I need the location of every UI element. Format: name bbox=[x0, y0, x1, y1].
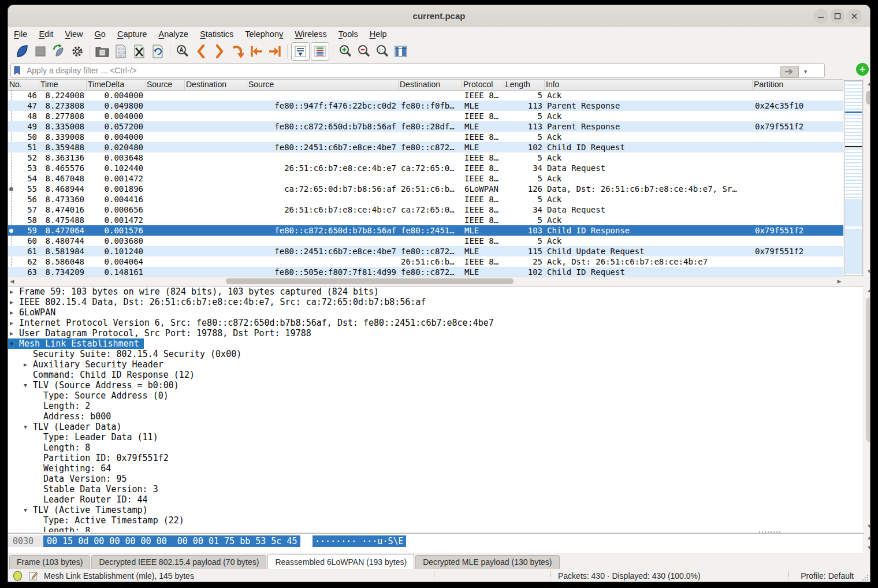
scroll-up-arrow[interactable]: ▲ bbox=[864, 79, 870, 89]
close-button[interactable] bbox=[847, 9, 862, 24]
menu-item-file[interactable]: File bbox=[8, 27, 33, 41]
column-header-destination[interactable]: Destination bbox=[399, 80, 462, 90]
packet-row[interactable]: 578.4740160.00065626:51:c6:b7:e8:ce:4b:e… bbox=[8, 204, 843, 215]
packet-row[interactable]: 618.5819840.101240fe80::2451:c6b7:e8ce:4… bbox=[8, 246, 843, 256]
menu-item-statistics[interactable]: Statistics bbox=[194, 27, 239, 41]
detail-row[interactable]: ▸Frame 59: 103 bytes on wire (824 bits),… bbox=[8, 286, 864, 297]
resize-grip[interactable] bbox=[862, 574, 869, 581]
detail-row[interactable]: Command: Child ID Response (12) bbox=[8, 370, 864, 380]
byte-tab-decrypted-mle-payload-130-bytes-[interactable]: Decrypted MLE payload (130 bytes) bbox=[415, 555, 559, 569]
maximize-button[interactable] bbox=[830, 9, 845, 24]
minimize-button[interactable] bbox=[813, 9, 828, 24]
packet-row[interactable]: 628.5860480.00406426:51:c6:b…IEEE 8…25Ac… bbox=[8, 256, 843, 267]
hscroll-slider[interactable] bbox=[226, 278, 514, 284]
packet-row[interactable]: 638.7342090.148161fe80::505e:f807:7f81:4… bbox=[8, 267, 843, 277]
scroll-down-arrow[interactable]: ▼ bbox=[864, 543, 870, 553]
detail-row[interactable]: ▸User Datagram Protocol, Src Port: 19788… bbox=[8, 328, 864, 338]
packet-row[interactable]: 598.4770640.001576fe80::c872:650d:b7b8:5… bbox=[8, 225, 843, 236]
menu-item-go[interactable]: Go bbox=[89, 27, 111, 41]
packet-row[interactable]: 468.2240080.004000IEEE 8…5Ack bbox=[8, 90, 843, 101]
packet-list-hscrollbar[interactable]: ◀ ▶ bbox=[8, 277, 843, 285]
column-header-time[interactable]: Time bbox=[39, 80, 87, 90]
packet-list-vscrollbar[interactable]: ▲ ▼ bbox=[864, 79, 870, 277]
detail-row[interactable]: ▸Auxiliary Security Header bbox=[8, 359, 864, 370]
expand-arrow-icon[interactable]: ▸ bbox=[10, 297, 13, 307]
reload-file-icon[interactable] bbox=[149, 43, 166, 60]
byte-tab-frame-103-bytes-[interactable]: Frame (103 bytes) bbox=[9, 555, 90, 569]
packet-row[interactable]: 478.2738080.049800fe80::947f:f476:22bc:c… bbox=[8, 101, 843, 111]
detail-row[interactable]: ▾TLV (Active Timestamp) bbox=[8, 505, 864, 515]
collapse-arrow-icon[interactable]: ▾ bbox=[24, 380, 27, 390]
scroll-right-arrow[interactable]: ▶ bbox=[835, 277, 843, 285]
detail-row[interactable]: Type: Leader Data (11) bbox=[8, 432, 864, 442]
capture-comment-icon[interactable] bbox=[29, 571, 38, 582]
column-header-partition[interactable]: Partition bbox=[753, 80, 843, 90]
resize-columns-icon[interactable] bbox=[392, 43, 410, 60]
detail-row[interactable]: Partition ID: 0x79f551f2 bbox=[8, 453, 864, 463]
detail-row[interactable]: Length: 2 bbox=[8, 401, 864, 411]
detail-row[interactable]: ▸Internet Protocol Version 6, Src: fe80:… bbox=[8, 318, 864, 328]
zoom-original-icon[interactable]: |:| bbox=[374, 43, 391, 60]
detail-row[interactable]: Address: b000 bbox=[8, 411, 864, 422]
scroll-up-arrow[interactable]: ▲ bbox=[864, 533, 870, 543]
menu-item-analyze[interactable]: Analyze bbox=[153, 27, 195, 41]
save-file-icon[interactable]: 010101100011 bbox=[112, 43, 129, 60]
packet-row[interactable]: 608.4807440.003680IEEE 8…5Ack bbox=[8, 236, 843, 246]
detail-row[interactable]: ▸IEEE 802.15.4 Data, Dst: 26:51:c6:b7:e8… bbox=[8, 297, 864, 307]
scroll-up-arrow[interactable]: ▲ bbox=[864, 286, 870, 296]
detail-row[interactable]: Type: Active Timestamp (22) bbox=[8, 515, 864, 526]
detail-vscrollbar[interactable]: ▲ ▼ bbox=[864, 286, 870, 531]
expand-arrow-icon[interactable]: ▸ bbox=[10, 328, 13, 338]
last-packet-icon[interactable] bbox=[266, 43, 284, 60]
detail-row[interactable]: ▾TLV (Source Address = b0:00) bbox=[8, 380, 864, 390]
filter-dropdown-caret[interactable]: ▾ bbox=[804, 68, 807, 75]
wireshark-start-icon[interactable] bbox=[13, 43, 31, 60]
byte-tab-reassembled-6lowpan-193-bytes-[interactable]: Reassembled 6LoWPAN (193 bytes) bbox=[267, 554, 414, 569]
go-to-packet-icon[interactable] bbox=[229, 43, 247, 60]
hex-bytes[interactable]: 00 15 0d 00 00 00 00 00 00 00 01 75 bb 5… bbox=[43, 535, 300, 547]
menu-item-wireless[interactable]: Wireless bbox=[289, 27, 333, 41]
scroll-left-arrow[interactable]: ◀ bbox=[8, 277, 16, 285]
menu-item-edit[interactable]: Edit bbox=[33, 27, 59, 41]
display-filter-input[interactable] bbox=[24, 66, 824, 75]
detail-row[interactable]: Leader Router ID: 44 bbox=[8, 494, 864, 505]
column-header-info[interactable]: Info bbox=[545, 80, 753, 90]
column-header-destination[interactable]: Destination bbox=[185, 80, 247, 90]
scroll-slider[interactable] bbox=[866, 91, 870, 105]
capture-options-icon[interactable] bbox=[69, 43, 86, 60]
detail-row[interactable]: ▸6LoWPAN bbox=[8, 307, 864, 318]
restart-capture-icon[interactable] bbox=[50, 43, 68, 60]
scroll-slider[interactable] bbox=[866, 297, 870, 442]
expand-arrow-icon[interactable]: ▸ bbox=[10, 286, 13, 297]
packet-row[interactable]: 508.3390080.004000IEEE 8…5Ack bbox=[8, 132, 843, 142]
filter-bookmark-icon[interactable] bbox=[11, 64, 24, 77]
colorize-icon[interactable] bbox=[311, 42, 329, 61]
menu-item-capture[interactable]: Capture bbox=[111, 27, 153, 41]
filter-add-button[interactable]: + bbox=[856, 63, 869, 76]
detail-row[interactable]: Data Version: 95 bbox=[8, 474, 864, 484]
expand-arrow-icon[interactable]: ▸ bbox=[10, 307, 13, 318]
packet-row[interactable]: 588.4754880.001472IEEE 8…5Ack bbox=[8, 215, 843, 225]
zoom-in-icon[interactable] bbox=[337, 43, 354, 60]
close-file-icon[interactable] bbox=[131, 43, 148, 60]
hex-ascii[interactable]: ········ ···u·S\E bbox=[312, 535, 406, 547]
collapse-arrow-icon[interactable]: ▾ bbox=[24, 505, 27, 515]
menu-item-help[interactable]: Help bbox=[364, 27, 393, 41]
expand-arrow-icon[interactable]: ▸ bbox=[10, 318, 13, 328]
first-packet-icon[interactable] bbox=[248, 43, 265, 60]
packet-row[interactable]: 558.4689440.001896ca:72:65:0d:b7:b8:56:a… bbox=[8, 184, 843, 194]
menu-item-tools[interactable]: Tools bbox=[333, 27, 364, 41]
collapse-arrow-icon[interactable]: ▾ bbox=[10, 338, 13, 349]
profile-text[interactable]: Profile: Default bbox=[801, 571, 854, 580]
detail-row[interactable]: Length: 8 bbox=[8, 526, 864, 532]
go-forward-icon[interactable] bbox=[211, 43, 228, 60]
menu-item-telephony[interactable]: Telephony bbox=[239, 27, 289, 41]
zoom-out-icon[interactable] bbox=[355, 43, 373, 60]
title-bar[interactable]: current.pcap bbox=[8, 5, 870, 28]
column-header-no[interactable]: No. bbox=[8, 80, 39, 90]
expert-info-icon[interactable] bbox=[13, 571, 23, 582]
packet-row[interactable]: 568.4733600.004416IEEE 8…5Ack bbox=[8, 194, 843, 204]
collapse-arrow-icon[interactable]: ▾ bbox=[24, 422, 27, 432]
packet-minimap[interactable] bbox=[844, 80, 863, 276]
packet-row[interactable]: 538.4655760.10244026:51:c6:b7:e8:ce:4b:e… bbox=[8, 163, 843, 173]
